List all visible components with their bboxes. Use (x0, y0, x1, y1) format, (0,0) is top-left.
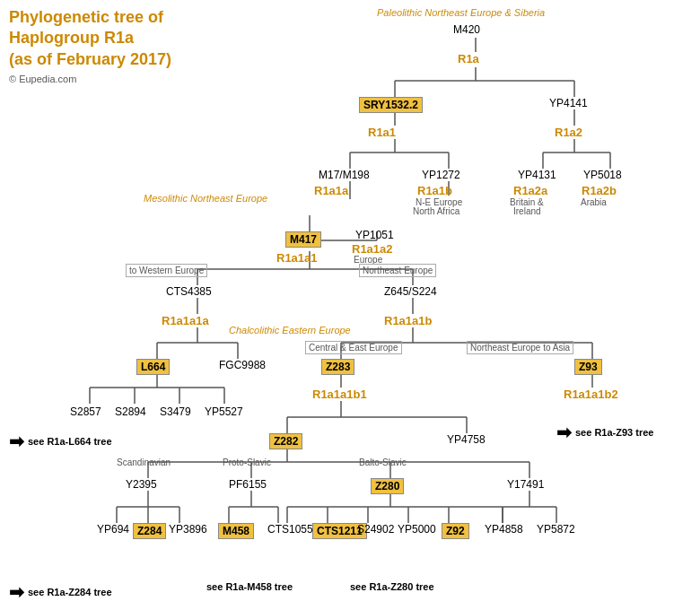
node-R1a1a1: R1a1a1 (276, 251, 318, 265)
node-R1a2b: R1a2b (582, 184, 617, 197)
node-FGC9988: FGC9988 (219, 359, 266, 371)
node-M420: M420 (453, 23, 480, 36)
node-SRY15322: SRY1532.2 (359, 97, 423, 113)
node-S3479: S3479 (160, 405, 191, 418)
tree-container: Phylogenetic tree of Haplogroup R1a (as … (0, 0, 700, 610)
node-PF6155: PF6155 (229, 478, 267, 491)
region-meso-label: Mesolithic Northeast Europe (144, 193, 267, 204)
node-M17M198: M17/M198 (319, 169, 370, 181)
node-Z92: Z92 (442, 523, 469, 539)
region-we-label: to Western Europe (126, 264, 207, 277)
node-YP4131: YP4131 (518, 169, 556, 181)
node-M458: M458 (218, 523, 254, 539)
node-YP4758: YP4758 (447, 433, 486, 446)
node-R1a1a1a: R1a1a1a (162, 314, 209, 327)
node-R1a2a: R1a2a (513, 184, 547, 197)
node-Z93: Z93 (574, 359, 602, 375)
node-YP3896: YP3896 (169, 523, 207, 536)
node-R1a1a: R1a1a (314, 184, 348, 197)
node-R1a1a1b: R1a1a1b (384, 314, 432, 327)
node-Y17491: Y17491 (507, 478, 544, 491)
node-S2894: S2894 (115, 405, 146, 418)
node-CTS4385: CTS4385 (166, 285, 212, 298)
node-S2857: S2857 (70, 405, 101, 418)
region-arabia-label: Arabia (581, 197, 607, 207)
node-L664: L664 (136, 359, 170, 375)
node-YP5527: YP5527 (205, 405, 243, 418)
node-YP1272: YP1272 (422, 169, 460, 181)
node-Y2395: Y2395 (126, 478, 157, 491)
title-block: Phylogenetic tree of Haplogroup R1a (as … (9, 7, 233, 84)
node-YP4858: YP4858 (485, 523, 523, 536)
node-CTS1055: CTS1055 (267, 523, 313, 536)
arrow-L664-tree: ➡ see R1a-L664 tree (9, 431, 112, 452)
node-YP5000: YP5000 (398, 523, 436, 536)
node-R1a: R1a (458, 52, 479, 65)
node-M417: M417 (285, 231, 321, 248)
region-na-label: North Africa (413, 206, 459, 216)
region-bs-label: Balto-Slavic (359, 458, 407, 467)
node-R1a1a2: R1a1a2 (352, 242, 393, 256)
arrow-Z284-tree: ➡ see R1a-Z284 tree (9, 581, 112, 603)
node-Z282: Z282 (269, 433, 302, 449)
region-nea-label: Northeast Europe to Asia (467, 341, 573, 354)
node-YP5872: YP5872 (537, 523, 575, 536)
node-Z283: Z283 (321, 359, 354, 375)
node-R1a1b: R1a1b (417, 184, 452, 197)
node-Z645S224: Z645/S224 (384, 285, 437, 298)
node-Z284: Z284 (133, 523, 166, 539)
node-YP694: YP694 (97, 523, 129, 536)
node-R1a1a1b2: R1a1a1b2 (564, 388, 618, 401)
title-line1: Phylogenetic tree of Haplogroup R1a (9, 7, 233, 49)
region-top-label: Paleolithic Northeast Europe & Siberia (377, 7, 545, 18)
copyright: © Eupedia.com (9, 74, 233, 84)
node-S24902: S24902 (357, 523, 394, 536)
node-YP1051: YP1051 (355, 229, 394, 241)
region-cee-label: Central & East Europe (305, 341, 402, 354)
arrow-Z280-tree: see R1a-Z280 tree (350, 581, 434, 592)
arrow-M458-tree: see R1a-M458 tree (206, 581, 293, 592)
title-line2: (as of February 2017) (9, 49, 233, 70)
node-R1a2: R1a2 (555, 126, 582, 139)
region-scan-label: Scandinavian (117, 458, 171, 467)
region-chalco-label: Chalcolithic Eastern Europe (229, 325, 351, 336)
node-YP4141: YP4141 (549, 97, 588, 109)
node-R1a1a1b1: R1a1a1b1 (312, 388, 367, 401)
node-Z280: Z280 (371, 478, 404, 494)
region-ps-label: Proto-Slavic (223, 458, 271, 467)
region-ne2-label: Northeast Europe (359, 264, 436, 277)
arrow-Z93-tree: ➡ see R1a-Z93 tree (556, 422, 653, 443)
region-ireland-label: Ireland (513, 206, 541, 216)
node-R1a1: R1a1 (368, 126, 396, 139)
node-YP5018: YP5018 (583, 169, 622, 181)
